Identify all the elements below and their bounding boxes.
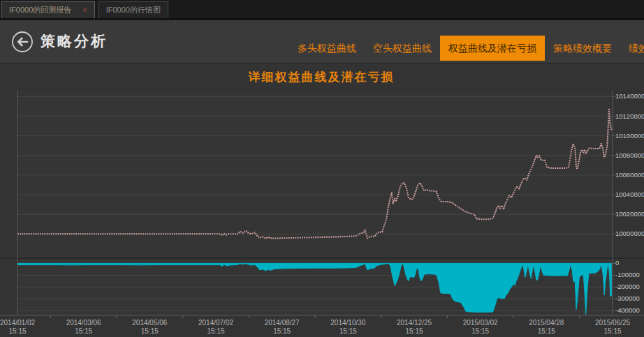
- nav-item-equity-and-potential-loss[interactable]: 权益曲线及潜在亏损: [440, 36, 545, 61]
- back-arrow-icon: [11, 31, 34, 53]
- header: 策略分析 多头权益曲线 空头权益曲线 权益曲线及潜在亏损 策略绩效概要 绩效比: [0, 20, 644, 63]
- nav-item-long-equity-curve[interactable]: 多头权益曲线: [289, 36, 365, 61]
- y-axis-label: -200000: [615, 283, 640, 290]
- y-axis-label: 10120000: [615, 112, 644, 120]
- x-axis-label: 2015/04/2815:15: [529, 319, 564, 336]
- y-axis-label: 0: [615, 259, 619, 267]
- x-axis-labels: 2014/01/0215:152014/03/0615:152014/05/06…: [0, 319, 644, 337]
- tab-backtest-report[interactable]: IF0000的回测报告 ×: [1, 1, 95, 18]
- plot-background: [17, 91, 613, 315]
- tab-label: IF0000的回测报告: [9, 2, 71, 18]
- equity-and-loss-chart: 1000000010020000100400001006000010080000…: [0, 86, 644, 337]
- y-axis-label: 10020000: [615, 210, 644, 218]
- nav-item-short-equity-curve[interactable]: 空头权益曲线: [365, 36, 440, 61]
- close-icon[interactable]: ×: [82, 6, 87, 14]
- tab-bar: IF0000的回测报告 × IF0000的行情图: [0, 0, 644, 20]
- x-axis-label: 2014/07/0215:15: [198, 319, 233, 336]
- y-axis-label: 10000000: [615, 230, 644, 237]
- x-axis-label: 2015/06/2515:15: [595, 319, 630, 336]
- x-axis-label: 2014/01/0215:15: [0, 319, 35, 336]
- y-axis-label: 10040000: [615, 190, 644, 198]
- tab-market-chart[interactable]: IF0000的行情图: [98, 1, 168, 18]
- x-axis-label: 2014/10/3015:15: [330, 319, 365, 336]
- nav-item-performance-ratio[interactable]: 绩效比: [620, 36, 644, 61]
- x-axis-label: 2014/03/0615:15: [66, 319, 101, 336]
- y-axis-label: 10100000: [615, 132, 644, 140]
- page-title: 策略分析: [41, 31, 108, 51]
- chart-title: 详细权益曲线及潜在亏损: [0, 69, 643, 85]
- x-axis-label: 2014/05/0615:15: [132, 319, 167, 336]
- nav-menu: 多头权益曲线 空头权益曲线 权益曲线及潜在亏损 策略绩效概要 绩效比: [289, 36, 644, 61]
- x-axis-label: 2014/08/2715:15: [265, 319, 300, 336]
- y-axis-label: 10080000: [615, 151, 644, 159]
- y-axis-label: -400000: [615, 306, 640, 314]
- y-axis-label: 10140000: [615, 92, 644, 100]
- x-axis-label: 2015/03/0215:15: [463, 319, 498, 336]
- y-axis-label: 10060000: [615, 171, 644, 179]
- x-axis-label: 2014/12/2515:15: [397, 319, 432, 336]
- y-axis-label: -300000: [615, 294, 640, 302]
- back-button[interactable]: [11, 31, 34, 53]
- tab-label: IF0000的行情图: [106, 2, 161, 18]
- y-axis-label: -100000: [615, 271, 640, 278]
- nav-item-performance-summary[interactable]: 策略绩效概要: [545, 36, 620, 61]
